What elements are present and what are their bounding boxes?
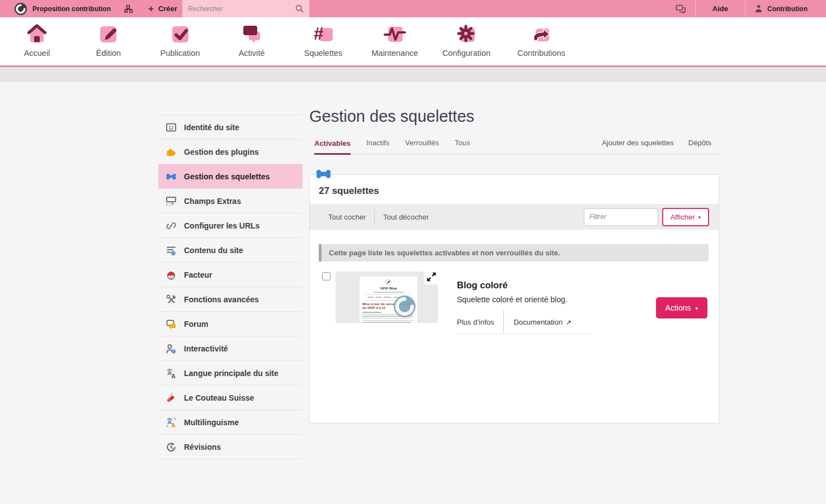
check-icon [167,22,193,47]
swiss-knife-icon [166,392,177,403]
topbar-right: Aide Contribution [676,0,826,17]
actions-dropdown-button[interactable]: Actions ▾ [656,297,707,318]
nav-item-activite[interactable]: Activité [216,22,287,65]
home-icon [24,22,50,47]
expand-arrows-icon [426,271,437,283]
nav-item-contributions[interactable]: Contributions [502,22,580,65]
site-name-button[interactable]: Proposition contribution [32,5,111,13]
sidebar-item-facteur[interactable]: Facteur [158,263,303,287]
bone-icon [316,169,331,179]
sitemap-icon[interactable] [124,4,134,13]
nav-item-squelettes[interactable]: # Squelettes [287,22,359,65]
nav-item-edition[interactable]: Édition [73,22,144,65]
svg-text:#: # [314,24,323,44]
sidebar-item-champs-extras[interactable]: Champs Extras [158,189,303,213]
documentation-link[interactable]: Documentation ↗ [504,311,572,334]
plugin-links: Plus d’infos Documentation ↗ [457,311,592,334]
messages-icon[interactable] [676,4,686,13]
external-link-icon: ↗ [566,318,572,326]
main-content: Gestion des squelettes Activables Inacti… [309,107,719,424]
sidebar-item-multilinguisme[interactable]: A Multilinguisme [158,410,303,435]
nav-item-configuration[interactable]: Configuration [431,22,502,65]
sidebar-item-couteau-suisse[interactable]: Le Couteau Suisse [158,386,303,410]
more-info-link[interactable]: Plus d’infos [457,311,503,334]
nav-item-accueil[interactable]: Accueil [1,22,73,65]
gear-icon [454,22,479,47]
tabs-actions: Ajouter des squelettes Dépôts [602,139,711,154]
sidebar-item-forum[interactable]: Forum [158,312,303,336]
plugin-thumbnail: SPIP Blog Mise à jour de sécurité : sort… [336,272,438,323]
tab-verrouilles[interactable]: Verrouillés [405,139,439,154]
spip-logo-icon[interactable] [15,3,27,15]
sidebar-item-identite-du-site[interactable]: Identité du site [158,115,303,140]
mini-pencil-icon [385,279,391,286]
depots-link[interactable]: Dépôts [688,139,711,154]
plugin-checkbox[interactable] [322,272,331,280]
id-card-icon [166,122,177,133]
sidebar-item-revisions[interactable]: Révisions [158,435,303,459]
skeletons-card: 27 squelettes Tout cocher Tout décocher … [309,174,719,424]
forum-icon [166,318,177,330]
caret-down-icon: ▾ [695,306,698,311]
thumbnail-preview: SPIP Blog Mise à jour de sécurité : sort… [360,277,417,323]
search-input[interactable] [188,5,295,13]
hand-arrow-icon [528,22,554,47]
display-dropdown-button[interactable]: Afficher ▾ [662,208,709,226]
sidebar-item-langue-principale[interactable]: A Langue principale du site [158,361,303,386]
actions-wrap: Actions ▾ [656,272,707,318]
postman-icon [166,269,177,280]
sidebar-item-interactivite[interactable]: Interactivité [158,336,303,361]
form-cursor-icon [166,196,177,207]
create-button[interactable]: + Créer [148,4,177,13]
pulse-icon [382,22,408,47]
sidebar-item-contenu-du-site[interactable]: Contenu du site [158,238,303,263]
search-bar [182,0,309,17]
tabs-bar: Activables Inactifs Verrouillés Tous Ajo… [309,139,719,155]
caret-down-icon: ▾ [698,215,701,220]
history-icon [166,441,177,453]
thumbnail-site-title: SPIP Blog [360,286,417,291]
user-icon [755,4,762,13]
skeleton-count-title: 27 squelettes [310,175,719,204]
tab-tous[interactable]: Tous [455,139,470,154]
subnav-strip [0,67,826,82]
expand-thumbnail-button[interactable] [424,269,439,284]
list-gear-icon [166,245,177,256]
plugin-description: Squelette coloré et orienté blog. [457,295,592,304]
add-skeletons-link[interactable]: Ajouter des squelettes [602,139,674,154]
plugin-title: Blog coloré [457,280,592,291]
tab-inactifs[interactable]: Inactifs [366,139,389,154]
search-icon[interactable] [295,4,304,13]
sidebar-item-fonctions-avancees[interactable]: Fonctions avancées [158,287,303,312]
topbar: Proposition contribution + Créer [0,0,826,17]
filter-input[interactable] [584,208,658,226]
sidebar-item-configurer-les-urls[interactable]: Configurer les URLs [158,213,303,238]
plugin-info: Blog coloré Squelette coloré et orienté … [457,272,592,334]
uncheck-all-button[interactable]: Tout décocher [383,213,429,221]
settings-sidebar: Identité du site Gestion des plugins Ges… [158,115,303,459]
bone-icon [166,171,177,182]
nav-item-publication[interactable]: Publication [144,22,216,65]
tab-activables[interactable]: Activables [314,139,351,155]
nav-item-maintenance[interactable]: Maintenance [359,22,431,65]
tools-icon [166,294,177,305]
svg-text:A: A [171,421,176,428]
speech-bubbles-icon [239,22,265,47]
help-button[interactable]: Aide [696,4,745,13]
spip-spiral-logo [393,295,416,318]
pencil-icon [96,22,121,47]
puzzle-icon [166,146,177,158]
check-all-button[interactable]: Tout cocher [328,213,366,221]
sidebar-item-gestion-des-squelettes[interactable]: Gestion des squelettes [158,164,303,189]
link-icon [166,220,177,231]
divider [374,210,375,224]
user-menu[interactable]: Contribution [745,4,826,13]
plus-icon: + [148,4,154,13]
list-toolbar: Tout cocher Tout décocher Afficher ▾ [310,204,719,230]
sidebar-item-gestion-des-plugins[interactable]: Gestion des plugins [158,140,303,164]
multilingual-icon: A [166,417,177,428]
page-title: Gestion des squelettes [309,107,719,126]
plugin-row: SPIP Blog Mise à jour de sécurité : sort… [322,272,707,334]
translate-icon: A [166,368,177,379]
svg-text:A: A [171,372,176,379]
